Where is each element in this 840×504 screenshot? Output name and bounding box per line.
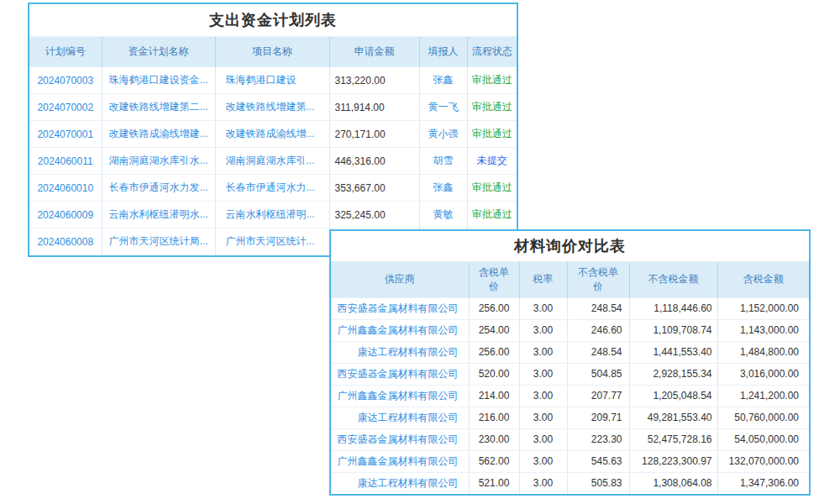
column-header-plan-id: 计划编号	[29, 37, 102, 67]
amount-with-tax: 54,050,000.00	[717, 428, 809, 450]
amount-without-tax: 52,475,728.16	[629, 428, 717, 450]
price-without-tax: 223.30	[567, 428, 629, 450]
expense-fund-plan-title: 支出资金计划列表	[29, 4, 517, 37]
material-inquiry-table-header: 供应商 含税单价 税率 不含税单价 不含税金额 含税金额	[331, 262, 809, 297]
tax-rate: 3.00	[519, 472, 567, 494]
fund-plan-name-link[interactable]: 湖南洞庭湖水库引水...	[102, 148, 215, 175]
column-header-amount-without-tax: 不含税金额	[629, 262, 717, 297]
supplier-link[interactable]: 康达工程材料有限公司	[331, 472, 469, 494]
amount-with-tax: 1,347,306.00	[717, 472, 809, 494]
inquiry-row: 康达工程材料有限公司256.003.00248.541,441,553.401,…	[331, 341, 809, 363]
expense-plan-row: 2024070002改建铁路线增建第二...改建铁路线增建第...311,914…	[29, 94, 517, 121]
column-header-price-with-tax: 含税单价	[469, 262, 519, 297]
reporter-name: 胡雪	[419, 148, 467, 175]
fund-plan-name-link[interactable]: 改建铁路成渝线增建...	[102, 121, 215, 148]
price-with-tax: 254.00	[469, 319, 519, 341]
request-amount: 313,220.00	[329, 67, 419, 94]
amount-without-tax: 128,223,300.97	[629, 450, 717, 472]
price-with-tax: 216.00	[469, 407, 519, 428]
price-with-tax: 214.00	[469, 385, 519, 407]
project-name-link[interactable]: 湖南洞庭湖水库引...	[215, 148, 329, 175]
column-header-amount-with-tax: 含税金额	[717, 262, 809, 297]
price-without-tax: 248.54	[567, 297, 629, 319]
amount-with-tax: 1,241,200.00	[717, 385, 809, 407]
amount-without-tax: 1,118,446.60	[629, 297, 717, 319]
tax-rate: 3.00	[519, 363, 567, 385]
amount-without-tax: 49,281,553.40	[629, 407, 717, 428]
project-name-link[interactable]: 珠海鹤港口建设	[215, 67, 329, 94]
fund-plan-name-link[interactable]: 珠海鹤港口建设资金...	[102, 67, 215, 94]
expense-plan-row: 2024060009云南水利枢纽潜明水...云南水利枢纽潜明...325,245…	[29, 202, 517, 228]
reporter-name: 张鑫	[419, 175, 467, 202]
tax-rate: 3.00	[519, 341, 567, 363]
inquiry-row: 康达工程材料有限公司216.003.00209.7149,281,553.405…	[331, 407, 809, 428]
fund-plan-name-link[interactable]: 长春市伊通河水力发...	[102, 175, 215, 202]
price-without-tax: 505.83	[567, 472, 629, 494]
price-without-tax: 504.85	[567, 363, 629, 385]
expense-fund-plan-panel: 支出资金计划列表 计划编号 资金计划名称 项目名称 申请金额 填报人 流程状态 …	[28, 3, 518, 257]
price-with-tax: 256.00	[469, 297, 519, 319]
column-header-request-amount: 申请金额	[329, 37, 419, 67]
price-without-tax: 246.60	[567, 319, 629, 341]
project-name-link[interactable]: 改建铁路线增建第...	[215, 94, 329, 121]
price-with-tax: 562.00	[469, 450, 519, 472]
fund-plan-name-link[interactable]: 广州市天河区统计局...	[102, 228, 215, 255]
plan-id-link[interactable]: 2024060010	[29, 175, 102, 202]
column-header-reporter: 填报人	[419, 37, 467, 67]
tax-rate: 3.00	[519, 385, 567, 407]
inquiry-row: 广州鑫鑫金属材料有限公司562.003.00545.63128,223,300.…	[331, 450, 809, 472]
column-header-project-name: 项目名称	[215, 37, 329, 67]
project-name-link[interactable]: 改建铁路成渝线增...	[215, 121, 329, 148]
price-without-tax: 209.71	[567, 407, 629, 428]
price-with-tax: 256.00	[469, 341, 519, 363]
flow-status: 未提交	[467, 148, 517, 175]
plan-id-link[interactable]: 2024060011	[29, 148, 102, 175]
project-name-link[interactable]: 长春市伊通河水力...	[215, 175, 329, 202]
plan-id-link[interactable]: 2024060009	[29, 202, 102, 228]
tax-rate: 3.00	[519, 407, 567, 428]
material-inquiry-title: 材料询价对比表	[331, 231, 809, 262]
expense-plan-row: 2024070001改建铁路成渝线增建...改建铁路成渝线增...270,171…	[29, 121, 517, 148]
supplier-link[interactable]: 广州鑫鑫金属材料有限公司	[331, 385, 469, 407]
request-amount: 325,245.00	[329, 202, 419, 228]
supplier-link[interactable]: 广州鑫鑫金属材料有限公司	[331, 450, 469, 472]
amount-with-tax: 132,070,000.00	[717, 450, 809, 472]
fund-plan-name-link[interactable]: 改建铁路线增建第二...	[102, 94, 215, 121]
plan-id-link[interactable]: 2024070002	[29, 94, 102, 121]
expense-fund-plan-table-header: 计划编号 资金计划名称 项目名称 申请金额 填报人 流程状态	[29, 37, 517, 67]
plan-id-link[interactable]: 2024070001	[29, 121, 102, 148]
column-header-price-without-tax: 不含税单价	[567, 262, 629, 297]
reporter-name: 黄小强	[419, 121, 467, 148]
inquiry-row: 广州鑫鑫金属材料有限公司214.003.00207.771,205,048.54…	[331, 385, 809, 407]
project-name-link[interactable]: 广州市天河区统计...	[215, 228, 329, 255]
tax-rate: 3.00	[519, 450, 567, 472]
supplier-link[interactable]: 康达工程材料有限公司	[331, 341, 469, 363]
supplier-link[interactable]: 西安盛器金属材料有限公司	[331, 428, 469, 450]
inquiry-row: 西安盛器金属材料有限公司256.003.00248.541,118,446.60…	[331, 297, 809, 319]
fund-plan-name-link[interactable]: 云南水利枢纽潜明水...	[102, 202, 215, 228]
supplier-link[interactable]: 广州鑫鑫金属材料有限公司	[331, 319, 469, 341]
supplier-link[interactable]: 康达工程材料有限公司	[331, 407, 469, 428]
flow-status: 审批通过	[467, 202, 517, 228]
amount-without-tax: 1,205,048.54	[629, 385, 717, 407]
price-without-tax: 207.77	[567, 385, 629, 407]
request-amount: 270,171.00	[329, 121, 419, 148]
tax-rate: 3.00	[519, 428, 567, 450]
reporter-name: 黄一飞	[419, 94, 467, 121]
amount-without-tax: 2,928,155.34	[629, 363, 717, 385]
tax-rate: 3.00	[519, 297, 567, 319]
plan-id-link[interactable]: 2024060008	[29, 228, 102, 255]
amount-without-tax: 1,109,708.74	[629, 319, 717, 341]
project-name-link[interactable]: 云南水利枢纽潜明...	[215, 202, 329, 228]
supplier-link[interactable]: 西安盛器金属材料有限公司	[331, 363, 469, 385]
price-without-tax: 545.63	[567, 450, 629, 472]
plan-id-link[interactable]: 2024070003	[29, 67, 102, 94]
price-with-tax: 230.00	[469, 428, 519, 450]
price-without-tax: 248.54	[567, 341, 629, 363]
request-amount: 353,667.00	[329, 175, 419, 202]
request-amount: 446,316.00	[329, 148, 419, 175]
price-with-tax: 521.00	[469, 472, 519, 494]
flow-status: 审批通过	[467, 175, 517, 202]
amount-without-tax: 1,441,553.40	[629, 341, 717, 363]
supplier-link[interactable]: 西安盛器金属材料有限公司	[331, 297, 469, 319]
